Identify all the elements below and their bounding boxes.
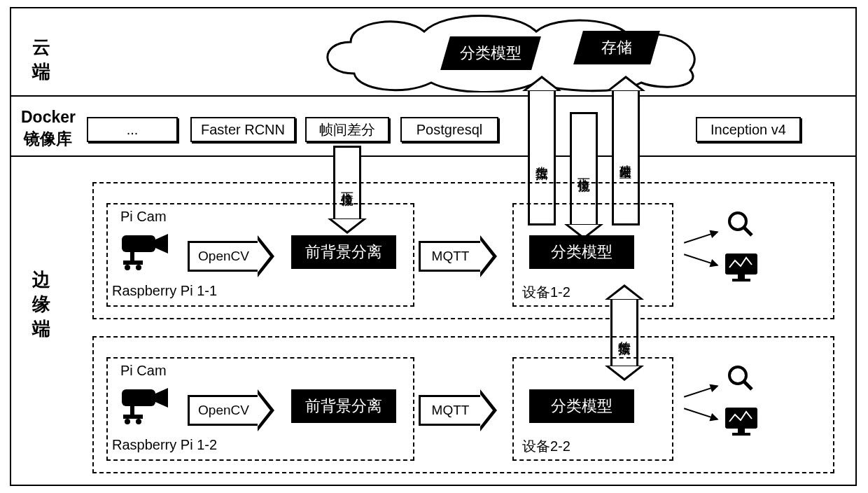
cloud-classifier-box: 分类模型 — [440, 36, 541, 70]
pipeline-1-opencv-arrow: OpenCV — [188, 235, 274, 277]
svg-rect-19 — [732, 433, 750, 436]
svg-point-5 — [729, 213, 746, 230]
pipeline-1-classifier-box: 分类模型 — [529, 235, 634, 269]
svg-point-13 — [125, 419, 130, 424]
pipeline-2-opencv-arrow: OpenCV — [188, 389, 274, 431]
monitor-icon — [724, 252, 759, 284]
svg-point-14 — [136, 419, 141, 424]
svg-rect-9 — [732, 279, 750, 282]
docker-image-ellipsis: ... — [87, 117, 178, 142]
docker-image-frame-diff: 帧间差分 — [305, 117, 389, 142]
pipeline-2-fgbg-box: 前背景分离 — [291, 389, 396, 423]
camera-icon-2 — [118, 380, 172, 424]
cloud-storage-box: 存储 — [573, 31, 660, 64]
svg-point-15 — [729, 367, 746, 384]
pipeline-2-classifier-box: 分类模型 — [529, 389, 634, 423]
arrowhead-up-transfer-icon — [605, 284, 644, 300]
svg-rect-10 — [122, 389, 155, 406]
divider-2 — [11, 155, 855, 157]
magnifier-icon-2 — [727, 364, 755, 392]
pipeline-1-rpi-label: Raspberry Pi 1-1 — [112, 283, 217, 299]
pipeline-2-device-label: 设备2-2 — [522, 437, 570, 456]
svg-rect-11 — [130, 406, 134, 416]
svg-rect-0 — [122, 235, 155, 252]
row-label-docker: Docker 镜像库 — [21, 106, 76, 150]
docker-image-faster-rcnn: Faster RCNN — [190, 117, 295, 142]
pipeline-2-mqtt-arrow: MQTT — [419, 389, 497, 431]
magnifier-icon — [727, 210, 755, 238]
monitor-icon-2 — [724, 406, 759, 438]
svg-point-3 — [125, 265, 130, 270]
divider-1 — [11, 95, 855, 97]
diagram-outer: 云端 Docker 镜像库 边缘端 分类模型 存储 ... Faster RCN… — [10, 7, 857, 486]
svg-line-16 — [744, 382, 752, 389]
pipeline-2-picam-label: Pi Cam — [120, 363, 167, 379]
arrowhead-up-upload-icon — [522, 76, 561, 91]
svg-rect-8 — [738, 275, 745, 279]
pipeline-1-mqtt-arrow: MQTT — [419, 235, 497, 277]
svg-rect-1 — [130, 252, 134, 262]
pipeline-1-picam-label: Pi Cam — [120, 209, 167, 225]
svg-rect-2 — [123, 261, 143, 265]
svg-rect-12 — [123, 415, 143, 419]
row-label-edge: 边缘端 — [32, 268, 50, 341]
docker-image-postgresql: Postgresql — [400, 117, 498, 142]
svg-point-4 — [136, 265, 141, 270]
svg-line-6 — [744, 228, 752, 235]
svg-rect-18 — [738, 429, 745, 433]
pipeline-1-device-label: 设备1-2 — [522, 283, 570, 302]
camera-icon — [118, 225, 172, 270]
arrowhead-up-result-icon — [606, 76, 645, 91]
pipeline-2-rpi-label: Raspberry Pi 1-2 — [112, 437, 217, 453]
row-label-cloud: 云端 — [32, 35, 50, 84]
docker-image-inception: Inception v4 — [696, 117, 801, 142]
pipeline-1-fgbg-box: 前背景分离 — [291, 235, 396, 269]
